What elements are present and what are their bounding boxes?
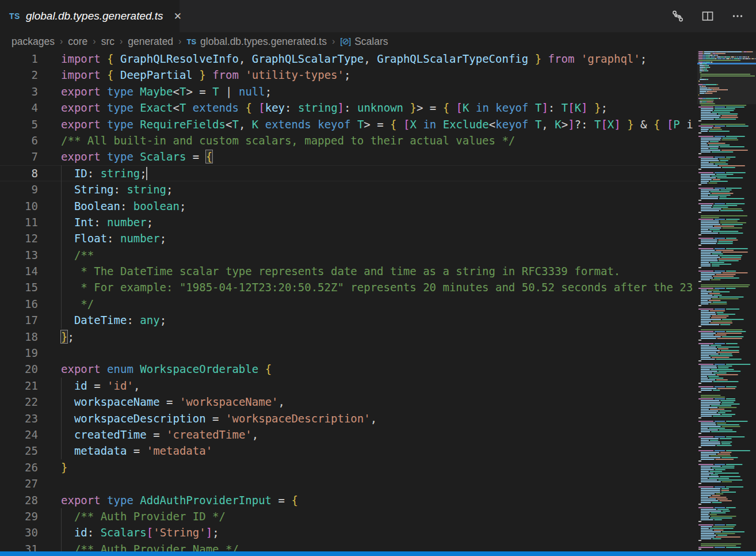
code-line[interactable]: 4export type Exact<T extends { [key: str… bbox=[0, 100, 697, 116]
code-line[interactable]: 29 /** Auth Provider ID */ bbox=[0, 508, 697, 524]
line-content: /** All built-in and custom scalars, map… bbox=[61, 132, 515, 148]
code-token: keyof bbox=[495, 101, 528, 114]
code-token: [ bbox=[403, 118, 410, 131]
code-token: Exact bbox=[140, 101, 173, 114]
code-line[interactable]: 27 bbox=[0, 475, 697, 492]
breadcrumb-item-src[interactable]: src bbox=[101, 36, 114, 48]
code-token bbox=[61, 412, 74, 425]
code-line[interactable]: 25 metadata = 'metadata' bbox=[0, 443, 697, 459]
close-tab-icon[interactable]: ✕ bbox=[174, 12, 182, 21]
code-token: 'createdTime' bbox=[166, 428, 252, 441]
line-number: 4 bbox=[0, 100, 38, 116]
code-line[interactable]: 15 * For example: "1985-04-12T23:20:50.5… bbox=[0, 279, 697, 295]
code-token: K bbox=[555, 118, 561, 131]
code-token: i bbox=[680, 118, 693, 131]
code-token: id bbox=[74, 379, 87, 392]
code-line[interactable]: 28export type AddAuthProviderInput = { bbox=[0, 492, 697, 508]
code-line[interactable]: 30 id: Scalars['String']; bbox=[0, 524, 697, 540]
code-line[interactable]: 22 workspaceName = 'workspaceName', bbox=[0, 394, 697, 410]
code-token: * The DateTime scalar type represents da… bbox=[61, 265, 620, 277]
breadcrumb-item-global-db-types-generated-ts[interactable]: TSglobal.db.types.generated.ts bbox=[186, 36, 327, 48]
code-token: & bbox=[634, 118, 654, 131]
line-content: Float: number; bbox=[61, 230, 166, 246]
breadcrumb-item-scalars[interactable]: [⊘]Scalars bbox=[340, 36, 388, 48]
code-token: ; bbox=[160, 232, 166, 245]
code-token: RequireFields bbox=[140, 118, 226, 131]
code-line[interactable]: 5export type RequireFields<T, K extends … bbox=[0, 116, 697, 132]
code-token: type bbox=[107, 85, 140, 98]
code-line[interactable]: 12 Float: number; bbox=[0, 230, 697, 246]
code-token: /** bbox=[61, 249, 94, 261]
line-content: } bbox=[61, 459, 67, 475]
line-number: 12 bbox=[0, 230, 38, 246]
line-content: export type Maybe<T> = T | null; bbox=[61, 83, 272, 100]
line-number: 21 bbox=[0, 378, 38, 394]
code-token: = bbox=[127, 444, 146, 457]
code-token bbox=[61, 379, 74, 392]
code-line[interactable]: 9 String: string; bbox=[0, 181, 697, 197]
code-line[interactable]: 8 ID: string; bbox=[0, 165, 697, 181]
line-number: 9 bbox=[0, 181, 38, 197]
breadcrumb-item-core[interactable]: core bbox=[68, 36, 87, 48]
code-token: 'id' bbox=[107, 379, 133, 392]
code-token: GraphQLResolveInfo bbox=[120, 52, 239, 65]
code-token bbox=[469, 101, 476, 114]
breadcrumb-item-packages[interactable]: packages bbox=[12, 36, 55, 48]
code-token bbox=[114, 52, 120, 65]
code-token: K bbox=[463, 101, 469, 114]
code-line[interactable]: 16 */ bbox=[0, 296, 697, 312]
code-token: export bbox=[61, 363, 107, 375]
minimap[interactable] bbox=[697, 51, 756, 551]
code-token bbox=[61, 395, 74, 408]
code-token: 'metadata' bbox=[147, 444, 212, 457]
code-line[interactable]: 14 * The DateTime scalar type represents… bbox=[0, 263, 697, 279]
code-token: GraphQLScalarTypeConfig bbox=[377, 52, 528, 65]
code-line[interactable]: 10 Boolean: boolean; bbox=[0, 198, 697, 214]
code-line[interactable]: 3export type Maybe<T> = T | null; bbox=[0, 83, 697, 100]
code-token bbox=[61, 526, 74, 539]
split-editor-icon[interactable] bbox=[701, 9, 715, 23]
code-line[interactable]: 23 workspaceDescription = 'workspaceDesc… bbox=[0, 410, 697, 426]
breadcrumb-item-generated[interactable]: generated bbox=[128, 36, 173, 48]
code-line[interactable]: 31 /** Auth Provider Name */ bbox=[0, 541, 697, 551]
code-token: X bbox=[410, 118, 416, 131]
line-number: 15 bbox=[0, 279, 38, 295]
open-changes-icon[interactable] bbox=[671, 9, 685, 23]
code-line[interactable]: 1import { GraphQLResolveInfo, GraphQLSca… bbox=[0, 51, 697, 67]
code-token: T bbox=[180, 101, 186, 114]
code-line[interactable]: 7export type Scalars = { bbox=[0, 148, 697, 165]
more-actions-icon[interactable] bbox=[731, 9, 744, 23]
code-line[interactable]: 2import { DeepPartial } from 'utility-ty… bbox=[0, 67, 697, 83]
line-number: 31 bbox=[0, 541, 38, 551]
code-token: ; bbox=[344, 68, 350, 81]
code-line[interactable]: 24 createdTime = 'createdTime', bbox=[0, 426, 697, 443]
code-token: { bbox=[265, 363, 272, 375]
code-line[interactable]: 13 /** bbox=[0, 247, 697, 263]
code-line[interactable]: 19 bbox=[0, 345, 697, 361]
code-token: enum bbox=[107, 363, 140, 375]
code-token: */ bbox=[61, 298, 94, 310]
code-line[interactable]: 21 id = 'id', bbox=[0, 378, 697, 394]
code-token: } bbox=[410, 101, 416, 114]
code-token: from bbox=[541, 52, 581, 65]
breadcrumb-separator: › bbox=[120, 36, 123, 47]
code-token: } bbox=[61, 461, 67, 474]
code-line[interactable]: 20export enum WorkspaceOrderable { bbox=[0, 361, 697, 377]
line-content: */ bbox=[61, 296, 94, 312]
code-line[interactable]: 18}; bbox=[0, 329, 697, 345]
code-token bbox=[449, 101, 456, 114]
code-token: K bbox=[575, 101, 581, 114]
code-line[interactable]: 11 Int: number; bbox=[0, 214, 697, 230]
line-number: 27 bbox=[0, 475, 38, 492]
line-number: 23 bbox=[0, 410, 38, 426]
code-editor[interactable]: 1import { GraphQLResolveInfo, GraphQLSca… bbox=[0, 51, 697, 551]
code-line[interactable]: 6/** All built-in and custom scalars, ma… bbox=[0, 132, 697, 148]
code-token: metadata bbox=[74, 444, 127, 457]
code-token: createdTime bbox=[74, 428, 147, 441]
code-line[interactable]: 26} bbox=[0, 459, 697, 475]
tab-global-db-types[interactable]: TS global.db.types.generated.ts ✕ bbox=[0, 0, 180, 32]
code-line[interactable]: 17 DateTime: any; bbox=[0, 312, 697, 328]
code-token bbox=[239, 101, 245, 114]
code-token: , bbox=[239, 118, 252, 131]
code-token: < bbox=[226, 118, 232, 131]
